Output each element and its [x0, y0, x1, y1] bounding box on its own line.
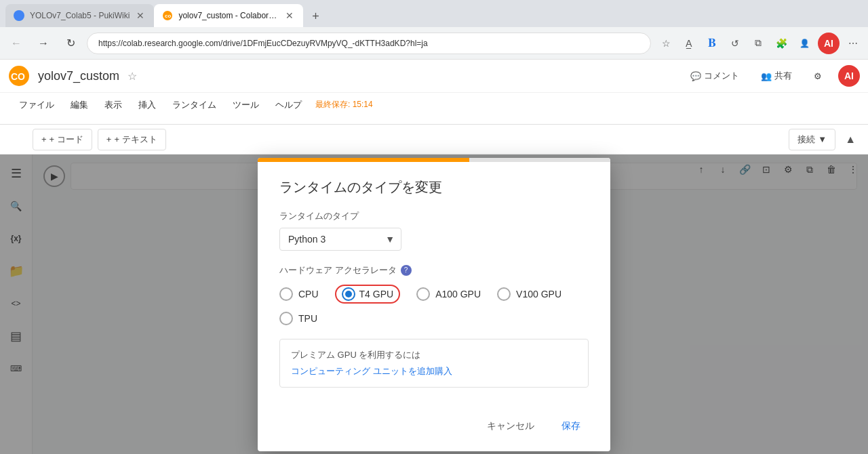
- svg-text:CO: CO: [11, 71, 25, 82]
- radio-option-t4gpu[interactable]: T4 GPU: [335, 285, 401, 304]
- new-tab-button[interactable]: +: [306, 7, 325, 26]
- radio-option-tpu[interactable]: TPU: [279, 312, 589, 325]
- share-label: 共有: [774, 70, 792, 82]
- radio-circle-tpu[interactable]: [279, 312, 293, 325]
- tab-bar: YOLOv7_Colab5 - PukiWiki ✕ co yolov7_cus…: [0, 0, 868, 27]
- runtime-type-label: ランタイムのタイプ: [279, 210, 589, 222]
- cancel-button[interactable]: キャンセル: [479, 415, 542, 438]
- hardware-label-text: ハードウェア アクセラレータ: [279, 264, 397, 276]
- menu-runtime[interactable]: ランタイム: [164, 93, 224, 117]
- runtime-type-select[interactable]: Python 3: [279, 228, 401, 251]
- radio-label-tpu: TPU: [298, 313, 317, 324]
- colab-favicon: co: [162, 10, 173, 21]
- connect-button[interactable]: 接続 ▼: [789, 129, 835, 150]
- colab-menu: ファイル 編集 表示 挿入 ランタイム ツール ヘルプ 最終保存: 15:14: [0, 92, 868, 117]
- address-input[interactable]: https://colab.research.google.com/drive/…: [87, 33, 651, 54]
- modal-body: ランタイムのタイプを変更 ランタイムのタイプ Python 3 ▼ ハードウェア…: [258, 162, 610, 404]
- tab-pukiwiki-title: YOLOv7_Colab5 - PukiWiki: [30, 11, 130, 20]
- plus-text-icon: +: [106, 134, 112, 144]
- address-bar: ← → ↻ https://colab.research.google.com/…: [0, 27, 868, 60]
- comment-button[interactable]: 💬 コメント: [685, 67, 745, 85]
- colab-profile-button[interactable]: AI: [838, 65, 860, 87]
- colab-header: CO yolov7_custom ☆ 💬 コメント 👥 共有 ⚙ AI: [0, 60, 868, 92]
- radio-option-a100gpu[interactable]: A100 GPU: [416, 287, 481, 301]
- colab-logo: CO: [8, 65, 30, 87]
- star-icon[interactable]: ☆: [127, 70, 137, 83]
- extension-icon[interactable]: 🧩: [772, 34, 791, 53]
- menu-file[interactable]: ファイル: [11, 93, 62, 117]
- radio-label-v100gpu: V100 GPU: [516, 289, 561, 300]
- radio-circle-cpu[interactable]: [279, 287, 293, 301]
- settings-icon: ⚙: [814, 71, 822, 81]
- runtime-type-modal: ランタイムのタイプを変更 ランタイムのタイプ Python 3 ▼ ハードウェア…: [258, 158, 610, 451]
- info-text: プレミアム GPU を利用するには: [291, 349, 420, 361]
- code-toolbar: + + コード + + テキスト 接続 ▼ ▲: [0, 125, 868, 154]
- radio-option-cpu[interactable]: CPU: [279, 287, 319, 301]
- radio-label-cpu: CPU: [298, 289, 319, 300]
- hardware-radio-group: CPU T4 GPU A100 GPU: [279, 285, 589, 325]
- user-profile-button[interactable]: AI: [818, 33, 840, 54]
- menu-edit[interactable]: 編集: [62, 93, 96, 117]
- reload-button[interactable]: ↻: [60, 33, 81, 54]
- pukiwiki-favicon: [14, 10, 24, 21]
- tab-pukiwiki-close[interactable]: ✕: [135, 9, 146, 22]
- more-options-icon[interactable]: ⋯: [844, 34, 863, 53]
- help-icon[interactable]: ?: [401, 265, 412, 276]
- menu-insert[interactable]: 挿入: [130, 93, 164, 117]
- radio-circle-a100gpu[interactable]: [416, 287, 430, 301]
- tab-colab[interactable]: co yolov7_custom - Colaboratory ✕: [154, 4, 303, 27]
- tab-colab-title: yolov7_custom - Colaboratory: [178, 11, 279, 20]
- radio-label-t4gpu: T4 GPU: [359, 289, 394, 300]
- comment-label: コメント: [704, 70, 739, 82]
- menu-view[interactable]: 表示: [96, 93, 130, 117]
- radio-circle-t4gpu[interactable]: [342, 287, 355, 301]
- svg-text:co: co: [165, 13, 171, 19]
- colab-toolbar: CO yolov7_custom ☆ 💬 コメント 👥 共有 ⚙ AI: [0, 60, 868, 125]
- radio-label-a100gpu: A100 GPU: [435, 289, 481, 300]
- back-button[interactable]: ←: [5, 33, 27, 54]
- settings-button[interactable]: ⚙: [808, 68, 827, 84]
- colab-actions: 💬 コメント 👥 共有 ⚙ AI: [685, 65, 860, 87]
- connect-dropdown-icon: ▼: [818, 134, 827, 144]
- forward-button[interactable]: →: [33, 33, 54, 54]
- save-button[interactable]: 保存: [553, 415, 589, 438]
- browser-frame: YOLOv7_Colab5 - PukiWiki ✕ co yolov7_cus…: [0, 0, 868, 454]
- connect-label: 接続: [797, 133, 815, 146]
- runtime-select-wrapper: Python 3 ▼: [279, 228, 401, 251]
- tab-colab-close[interactable]: ✕: [284, 9, 295, 22]
- add-text-label: + テキスト: [114, 133, 157, 146]
- bing-icon[interactable]: 𝐁: [703, 34, 722, 53]
- main-area: ☰ 🔍 {x} 📁 <> ▤ ⌨ ↑ ↓ 🔗 ⊡ ⚙ ⧉ 🗑 ⋮ ▶: [0, 154, 868, 454]
- info-link[interactable]: コンピューティング ユニットを追加購入: [291, 365, 452, 377]
- add-text-button[interactable]: + + テキスト: [98, 129, 166, 150]
- modal-footer: キャンセル 保存: [258, 404, 610, 451]
- menu-tools[interactable]: ツール: [224, 93, 267, 117]
- info-box: プレミアム GPU を利用するには コンピューティング ユニットを追加購入: [279, 339, 589, 388]
- translate-icon[interactable]: A̲: [679, 34, 698, 53]
- add-code-label: + コード: [50, 133, 83, 146]
- address-icons: ☆ A̲ 𝐁 ↺ ⧉ 🧩 👤 AI ⋯: [656, 33, 863, 54]
- collapse-button[interactable]: ▲: [841, 129, 860, 150]
- radio-circle-v100gpu[interactable]: [497, 287, 511, 301]
- modal-overlay: ランタイムのタイプを変更 ランタイムのタイプ Python 3 ▼ ハードウェア…: [0, 154, 868, 454]
- profile-icon[interactable]: 👤: [795, 34, 814, 53]
- tab-search-icon[interactable]: ⧉: [749, 34, 768, 53]
- menu-help[interactable]: ヘルプ: [267, 93, 310, 117]
- share-icon: 👥: [761, 71, 772, 81]
- radio-dot-t4gpu: [345, 291, 352, 297]
- tab-pukiwiki[interactable]: YOLOv7_Colab5 - PukiWiki ✕: [5, 4, 154, 27]
- hardware-section-label: ハードウェア アクセラレータ ?: [279, 264, 589, 276]
- share-button[interactable]: 👥 共有: [755, 67, 797, 85]
- refresh-icon[interactable]: ↺: [726, 34, 745, 53]
- plus-code-icon: +: [41, 134, 47, 144]
- modal-title: ランタイムのタイプを変更: [279, 178, 589, 197]
- notebook-title: yolov7_custom: [38, 69, 119, 83]
- bookmark-icon[interactable]: ☆: [656, 34, 675, 53]
- add-code-button[interactable]: + + コード: [33, 129, 92, 150]
- radio-option-v100gpu[interactable]: V100 GPU: [497, 287, 561, 301]
- comment-icon: 💬: [690, 71, 701, 81]
- last-save[interactable]: 最終保存: 15:14: [315, 99, 373, 110]
